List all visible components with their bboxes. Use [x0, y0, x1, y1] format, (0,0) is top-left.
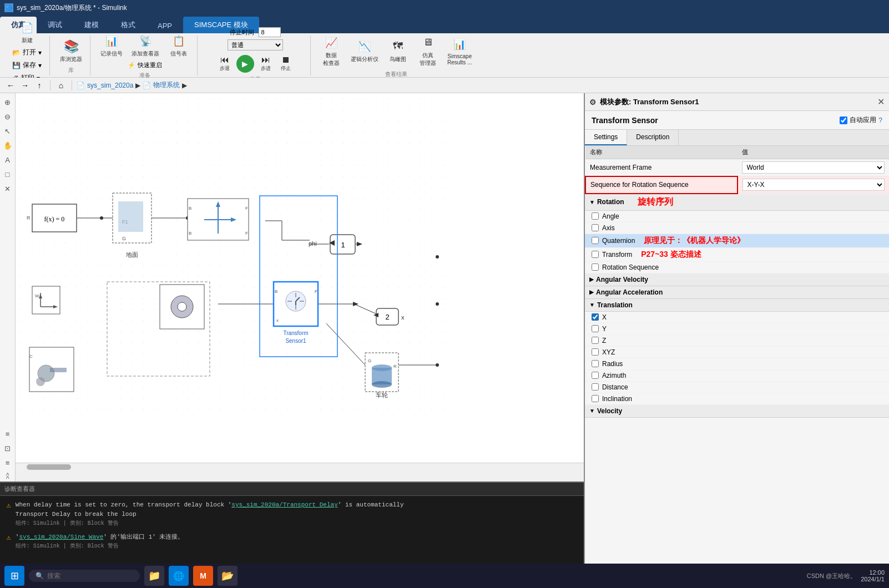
auto-apply-checkbox[interactable]: [840, 116, 847, 124]
sim-mode-select[interactable]: 普通: [228, 39, 283, 50]
step-icon: ⏭: [261, 55, 270, 65]
save-button[interactable]: 💾 保存 ▾: [9, 59, 45, 71]
inclination-checkbox[interactable]: [592, 395, 599, 402]
clock-time: 12:00: [861, 569, 885, 576]
tab-debug[interactable]: 调试: [37, 17, 73, 33]
taskbar-edge[interactable]: 🌐: [169, 566, 189, 586]
taskbar-matlab[interactable]: M: [193, 566, 213, 586]
sidebar-grid[interactable]: ⊡: [1, 442, 14, 455]
col-value: 值: [738, 146, 890, 159]
run-button[interactable]: ▶: [236, 55, 254, 73]
distance-checkbox[interactable]: [592, 383, 599, 391]
edge-icon: 🌐: [173, 571, 184, 581]
addviewer-button[interactable]: 📡 添加查看器: [128, 31, 163, 60]
diagnostics-area: 诊断查看器 ⚠ When delay time is set to zero, …: [0, 481, 584, 576]
rotseq-checkbox[interactable]: [592, 263, 599, 271]
annotation-page: P27~33 姿态描述: [641, 250, 701, 260]
home-button[interactable]: ⌂: [55, 79, 67, 92]
breadcrumb-current[interactable]: 物理系统: [153, 80, 180, 90]
y-checkbox[interactable]: [592, 325, 599, 332]
svg-text:2: 2: [385, 313, 389, 321]
sidebar-pan[interactable]: ✋: [1, 139, 14, 152]
section-rotation[interactable]: ▼ Rotation 旋转序列: [585, 194, 889, 211]
x-checkbox[interactable]: [592, 313, 599, 321]
xyz-checkbox[interactable]: [592, 348, 599, 356]
section-translation[interactable]: ▼ Translation: [585, 299, 889, 312]
radius-checkbox[interactable]: [592, 360, 599, 367]
scrollbar-thumb[interactable]: [27, 464, 71, 470]
new-button[interactable]: 📄 新建: [13, 18, 41, 47]
stop-button[interactable]: ⏹ 停止: [277, 53, 294, 74]
stepback-button[interactable]: ⏮ 步退: [216, 53, 233, 74]
panel-close-button[interactable]: ✕: [877, 97, 885, 107]
record-icon: 📊: [104, 33, 119, 49]
diag-link-2[interactable]: sys_sim_2020a/Sine Wave: [19, 534, 103, 540]
sidebar-zoom-in[interactable]: ⊕: [1, 95, 14, 109]
taskbar-files[interactable]: 📁: [144, 566, 164, 586]
angle-checkbox[interactable]: [592, 212, 599, 220]
auto-apply-help[interactable]: ?: [878, 116, 882, 124]
record-button[interactable]: 📊 记录信号: [97, 31, 126, 60]
sidebar-select[interactable]: ↖: [1, 124, 14, 138]
results-row: 📈 数据检查器 📉 逻辑分析仪 🗺 鸟瞰图 🖥 仿真管理器 📊 S: [317, 33, 475, 69]
section-velocity[interactable]: ▼ Velocity: [585, 405, 889, 418]
library-button[interactable]: 📚 库浏览器: [57, 37, 85, 65]
svg-text:B: B: [189, 206, 191, 211]
search-input[interactable]: [47, 572, 130, 580]
panel-header: Transform Sensor 自动应用 ?: [585, 111, 889, 130]
sidebar-close[interactable]: ✕: [1, 182, 14, 195]
quaternion-checkbox[interactable]: [592, 237, 599, 244]
stop-time-row: 停止时间: [230, 27, 281, 37]
transform-checkbox[interactable]: [592, 251, 599, 258]
horizontal-scrollbar[interactable]: [16, 463, 584, 470]
toolbar: 📄 新建 📂 打开 ▾ 💾 保存 ▾ 🖨 打印 ▾: [0, 33, 889, 78]
forward-button[interactable]: →: [19, 79, 31, 92]
search-bar[interactable]: 🔍: [29, 570, 140, 582]
check-z: Z: [585, 335, 889, 347]
simcaperes-button[interactable]: 📊 SimscapeResults ...: [444, 34, 475, 68]
rotation-arrow: ▼: [589, 199, 595, 205]
measurement-frame-select[interactable]: World: [742, 161, 885, 174]
tab-description[interactable]: Description: [627, 130, 679, 145]
sidebar-collapse[interactable]: <<: [4, 470, 11, 481]
breadcrumb-sep: ▶: [135, 82, 140, 89]
section-angular-vel[interactable]: ▶ Angular Velocity: [585, 273, 889, 286]
simmgr-button[interactable]: 🖥 仿真管理器: [414, 33, 442, 69]
tab-settings[interactable]: Settings: [585, 130, 627, 145]
start-button[interactable]: ⊞: [4, 566, 24, 586]
birdview-label: 鸟瞰图: [390, 55, 406, 63]
azimuth-checkbox[interactable]: [592, 372, 599, 379]
prepare-row: 📊 记录信号 📡 添加查看器 📋 信号表: [97, 31, 193, 60]
sidebar-layers[interactable]: ≡: [1, 427, 14, 440]
rotation-sequence-select[interactable]: X-Y-X: [742, 179, 885, 191]
section-angular-acc[interactable]: ▶ Angular Acceleration: [585, 286, 889, 299]
diag-link-1[interactable]: sys_sim_2020a/Transport Delay: [231, 501, 337, 508]
sidebar-text[interactable]: A: [1, 153, 14, 166]
z-checkbox[interactable]: [592, 337, 599, 344]
axis-checkbox[interactable]: [592, 224, 599, 231]
svg-text:F: F: [245, 231, 248, 236]
datacheck-button[interactable]: 📈 数据检查器: [317, 33, 345, 69]
stop-time-input[interactable]: [259, 27, 281, 37]
up-button[interactable]: ↑: [33, 79, 46, 92]
taskbar-folder2[interactable]: 📂: [218, 566, 238, 586]
birdview-button[interactable]: 🗺 鸟瞰图: [384, 37, 412, 65]
step-button[interactable]: ⏭ 步进: [257, 53, 274, 74]
back-button[interactable]: ←: [4, 79, 17, 92]
sidebar-more[interactable]: ≡: [1, 456, 14, 469]
signaltable-button[interactable]: 📋 信号表: [165, 31, 193, 60]
breadcrumb: 📄 sys_sim_2020a ▶ 📄 物理系统 ▶: [77, 80, 187, 90]
svg-text:1: 1: [341, 241, 345, 249]
breadcrumb-root[interactable]: sys_sim_2020a: [87, 82, 133, 89]
quickrestart-button[interactable]: ⚡ 快速重启: [124, 60, 165, 70]
prepare-group: 📊 记录信号 📡 添加查看器 📋 信号表 ⚡ 快速重启 准备: [93, 36, 198, 75]
check-quaternion: Quaternion 原理见于：《机器人学导论》: [585, 234, 889, 248]
left-sidebar: ⊕ ⊖ ↖ ✋ A □ ✕ ≡ ⊡ ≡ <<: [0, 93, 16, 481]
open-button[interactable]: 📂 打开 ▾: [9, 47, 45, 58]
sidebar-block[interactable]: □: [1, 168, 14, 181]
save-icon: 💾: [12, 62, 21, 69]
canvas[interactable]: f(x) = 0 R F1 G 地面 B F B: [16, 93, 584, 470]
rotseq-label: Rotation Sequence: [602, 263, 659, 271]
sidebar-zoom-out[interactable]: ⊖: [1, 110, 14, 123]
logicanel-button[interactable]: 📉 逻辑分析仪: [347, 37, 382, 65]
